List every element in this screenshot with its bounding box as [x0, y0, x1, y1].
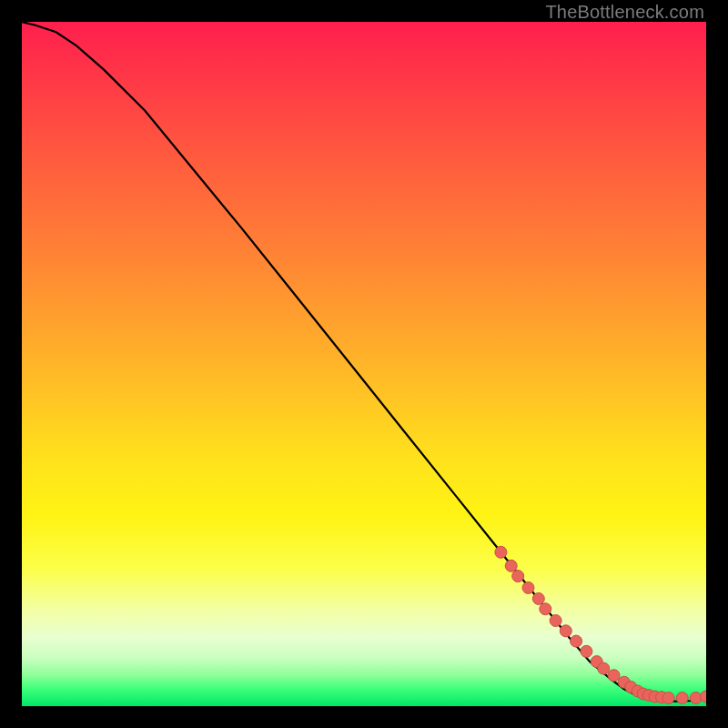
data-marker	[608, 670, 620, 682]
data-marker	[571, 635, 582, 647]
data-marker	[532, 592, 544, 604]
data-marker	[495, 546, 507, 558]
data-marker	[598, 662, 610, 674]
data-marker	[676, 693, 688, 704]
data-marker	[581, 645, 592, 657]
chart-frame: TheBottleneck.com	[0, 0, 728, 728]
data-markers	[495, 546, 706, 703]
data-marker	[522, 581, 534, 593]
bottleneck-curve	[22, 22, 706, 702]
chart-svg	[22, 22, 706, 706]
line-series	[22, 22, 706, 702]
plot-area	[22, 22, 706, 706]
data-marker	[662, 693, 674, 704]
data-marker	[540, 603, 551, 615]
data-marker	[560, 625, 571, 637]
watermark-text: TheBottleneck.com	[545, 2, 704, 23]
data-marker	[550, 615, 561, 627]
data-marker	[505, 560, 517, 571]
data-marker	[512, 571, 524, 582]
